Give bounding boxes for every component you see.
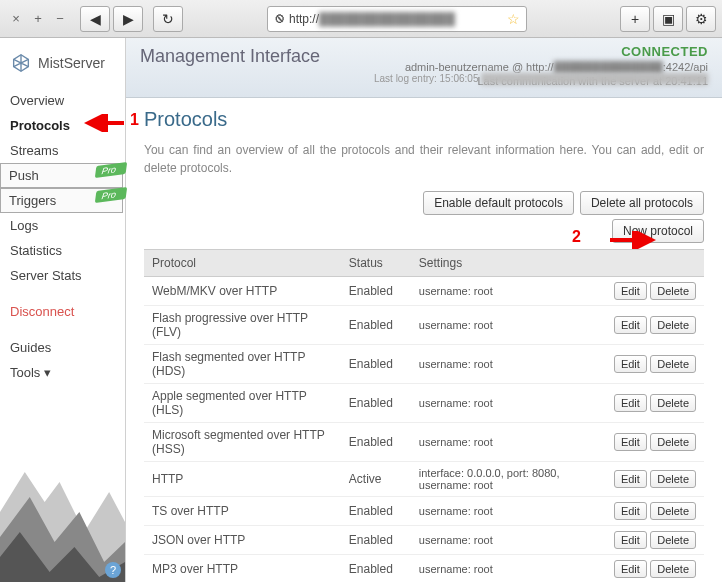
cell-status: Enabled — [341, 423, 411, 462]
gear-icon: ⚙ — [695, 11, 708, 27]
sidebar-item-label: Push — [9, 168, 39, 183]
cell-actions: Edit Delete — [606, 462, 704, 497]
enable-defaults-button[interactable]: Enable default protocols — [423, 191, 574, 215]
sidebar-item-push[interactable]: PushPro — [0, 163, 123, 188]
delete-button[interactable]: Delete — [650, 531, 696, 549]
connected-label: CONNECTED — [405, 44, 708, 59]
sidebar-item-streams[interactable]: Streams — [0, 138, 125, 163]
delete-button[interactable]: Delete — [650, 355, 696, 373]
cell-protocol: TS over HTTP — [144, 497, 341, 526]
protocols-table: Protocol Status Settings WebM/MKV over H… — [144, 249, 704, 582]
table-row: Apple segmented over HTTP (HLS)Enabledus… — [144, 384, 704, 423]
table-row: HTTPActiveinterface: 0.0.0.0, port: 8080… — [144, 462, 704, 497]
delete-button[interactable]: Delete — [650, 560, 696, 578]
edit-button[interactable]: Edit — [614, 355, 647, 373]
star-icon[interactable]: ☆ — [507, 11, 520, 27]
cell-actions: Edit Delete — [606, 423, 704, 462]
action-row-2: New protocol — [144, 219, 704, 243]
tab-close[interactable]: × — [6, 9, 26, 29]
cell-status: Enabled — [341, 555, 411, 583]
forward-icon: ▶ — [123, 11, 134, 27]
delete-button[interactable]: Delete — [650, 282, 696, 300]
sidebar-item-logs[interactable]: Logs — [0, 213, 125, 238]
disconnect-link[interactable]: Disconnect — [0, 298, 125, 325]
back-icon: ◀ — [90, 11, 101, 27]
url-bar[interactable]: 🛇 http://████████████████ ☆ — [267, 6, 527, 32]
delete-button[interactable]: Delete — [650, 502, 696, 520]
edit-button[interactable]: Edit — [614, 531, 647, 549]
cell-protocol: WebM/MKV over HTTP — [144, 277, 341, 306]
sidebar-item-server-stats[interactable]: Server Stats — [0, 263, 125, 288]
pro-badge: Pro — [95, 187, 127, 203]
delete-button[interactable]: Delete — [650, 470, 696, 488]
sidebar-item-guides[interactable]: Guides — [0, 335, 125, 360]
edit-button[interactable]: Edit — [614, 316, 647, 334]
col-status: Status — [341, 250, 411, 277]
browser-toolbar: × + − ◀ ▶ ↻ 🛇 http://████████████████ ☆ … — [0, 0, 722, 38]
col-protocol: Protocol — [144, 250, 341, 277]
edit-button[interactable]: Edit — [614, 470, 647, 488]
sidebar-item-statistics[interactable]: Statistics — [0, 238, 125, 263]
annotation-number-1: 1 — [130, 111, 139, 129]
cell-status: Enabled — [341, 384, 411, 423]
bookmark-icon: ▣ — [662, 11, 675, 27]
cell-actions: Edit Delete — [606, 555, 704, 583]
caret-down-icon: ▾ — [44, 365, 51, 380]
cell-protocol: HTTP — [144, 462, 341, 497]
cell-protocol: JSON over HTTP — [144, 526, 341, 555]
back-button[interactable]: ◀ — [80, 6, 110, 32]
sidebar-item-tools[interactable]: Tools ▾ — [0, 360, 125, 385]
mountains-illustration — [0, 442, 125, 582]
url-text: http://████████████████ — [289, 12, 503, 26]
edit-button[interactable]: Edit — [614, 560, 647, 578]
cell-settings: username: root — [411, 555, 606, 583]
delete-all-button[interactable]: Delete all protocols — [580, 191, 704, 215]
action-row-1: Enable default protocols Delete all prot… — [144, 191, 704, 215]
cell-actions: Edit Delete — [606, 277, 704, 306]
sidebar-item-protocols[interactable]: Protocols — [0, 113, 125, 138]
new-tab-button[interactable]: + — [620, 6, 650, 32]
cell-status: Enabled — [341, 277, 411, 306]
cell-actions: Edit Delete — [606, 345, 704, 384]
pro-badge: Pro — [95, 162, 127, 178]
tab-new[interactable]: + — [28, 9, 48, 29]
table-row: WebM/MKV over HTTPEnabledusername: rootE… — [144, 277, 704, 306]
new-protocol-button[interactable]: New protocol — [612, 219, 704, 243]
sidebar-item-triggers[interactable]: TriggersPro — [0, 188, 123, 213]
cell-protocol: Microsoft segmented over HTTP (HSS) — [144, 423, 341, 462]
bookmarks-button[interactable]: ▣ — [653, 6, 683, 32]
page-title: Protocols — [144, 108, 704, 131]
edit-button[interactable]: Edit — [614, 433, 647, 451]
cell-status: Enabled — [341, 345, 411, 384]
logo: MistServer — [0, 38, 125, 88]
delete-button[interactable]: Delete — [650, 316, 696, 334]
forward-button[interactable]: ▶ — [113, 6, 143, 32]
tab-controls: × + − — [6, 9, 70, 29]
mistserver-logo-icon — [10, 52, 32, 74]
help-icon[interactable]: ? — [105, 562, 121, 578]
cell-status: Enabled — [341, 526, 411, 555]
sidebar-item-label: Triggers — [9, 193, 56, 208]
edit-button[interactable]: Edit — [614, 394, 647, 412]
reload-button[interactable]: ↻ — [153, 6, 183, 32]
user-api-line: admin-benutzername @ http://████████████… — [405, 61, 708, 73]
edit-button[interactable]: Edit — [614, 502, 647, 520]
tab-minimize[interactable]: − — [50, 9, 70, 29]
cell-protocol: Flash progressive over HTTP (FLV) — [144, 306, 341, 345]
table-row: Flash segmented over HTTP (HDS)Enabledus… — [144, 345, 704, 384]
cell-status: Active — [341, 462, 411, 497]
delete-button[interactable]: Delete — [650, 433, 696, 451]
cell-actions: Edit Delete — [606, 497, 704, 526]
edit-button[interactable]: Edit — [614, 282, 647, 300]
delete-button[interactable]: Delete — [650, 394, 696, 412]
sidebar-item-overview[interactable]: Overview — [0, 88, 125, 113]
table-row: TS over HTTPEnabledusername: rootEdit De… — [144, 497, 704, 526]
cell-actions: Edit Delete — [606, 306, 704, 345]
content-header: Management Interface CONNECTED admin-ben… — [126, 38, 722, 98]
shield-icon: 🛇 — [274, 13, 285, 25]
reload-icon: ↻ — [162, 11, 174, 27]
settings-button[interactable]: ⚙ — [686, 6, 716, 32]
cell-protocol: MP3 over HTTP — [144, 555, 341, 583]
content: Management Interface CONNECTED admin-ben… — [126, 38, 722, 582]
table-row: MP3 over HTTPEnabledusername: rootEdit D… — [144, 555, 704, 583]
